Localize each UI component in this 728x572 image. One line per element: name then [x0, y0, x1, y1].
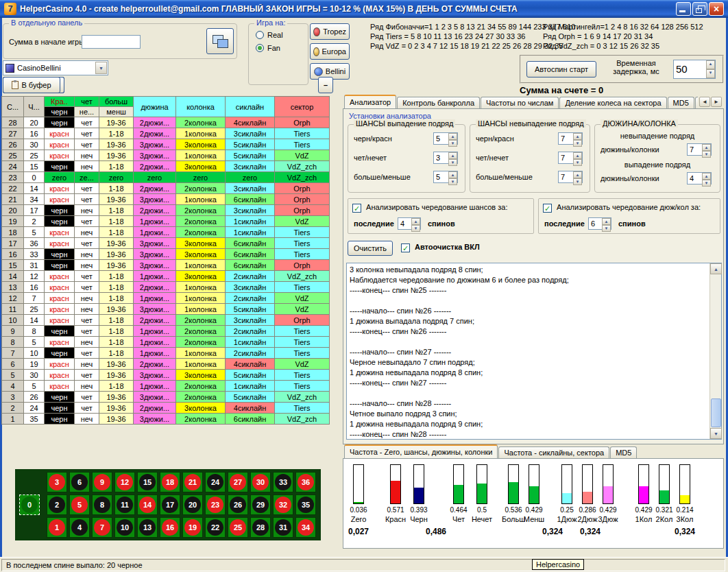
- board-cell-32[interactable]: 32: [273, 494, 293, 515]
- game-radio-real[interactable]: Real: [256, 31, 308, 39]
- board-cell-22[interactable]: 22: [205, 517, 226, 538]
- alt-chance-checkbox[interactable]: ✓: [352, 204, 361, 213]
- board-cell-33[interactable]: 33: [273, 472, 293, 492]
- spin-down-icon[interactable]: ▼: [573, 140, 582, 147]
- game-radio-fan[interactable]: Fan: [256, 44, 308, 52]
- casino-button-tropez[interactable]: Tropez: [310, 23, 350, 40]
- spin-down-icon[interactable]: ▼: [448, 159, 457, 166]
- alt-chance-spins-spinner[interactable]: 4▲▼: [398, 217, 421, 230]
- board-cell-16[interactable]: 16: [160, 517, 180, 538]
- black-red-absent-spinner[interactable]: 7▲▼: [558, 132, 583, 145]
- spin-up-icon[interactable]: ▲: [706, 60, 715, 69]
- scroll-up-icon[interactable]: ▲: [710, 263, 722, 274]
- scroll-down-icon[interactable]: ▼: [710, 428, 722, 439]
- start-sum-input[interactable]: [82, 35, 141, 49]
- main-tab-3[interactable]: Деление колеса на сектора: [559, 97, 666, 108]
- spin-up-icon[interactable]: ▲: [702, 144, 711, 151]
- board-cell-34[interactable]: 34: [295, 517, 316, 538]
- board-cell-20[interactable]: 20: [182, 494, 203, 515]
- delay-spinner[interactable]: 50 ▲▼: [673, 60, 716, 79]
- main-tab-5[interactable]: Ко: [695, 97, 698, 108]
- spin-down-icon[interactable]: ▼: [706, 69, 715, 78]
- board-cell-0[interactable]: 0: [19, 494, 40, 515]
- tab-scroll-right-icon[interactable]: ►: [711, 97, 722, 107]
- detach-panel-button[interactable]: [206, 28, 234, 54]
- board-cell-29[interactable]: 29: [250, 494, 271, 515]
- board-cell-28[interactable]: 28: [250, 517, 271, 538]
- freq-tab-1[interactable]: Частота - сиклайны, сектора: [498, 446, 609, 458]
- alt-dozen-spins-spinner[interactable]: 6▲▼: [588, 217, 611, 230]
- spin-down-icon[interactable]: ▼: [602, 225, 611, 232]
- even-odd-absent-spinner[interactable]: 7▲▼: [558, 152, 583, 164]
- collapse-button[interactable]: –: [318, 77, 333, 93]
- board-cell-8[interactable]: 8: [92, 494, 112, 515]
- spin-down-icon[interactable]: ▼: [448, 178, 457, 185]
- alt-dozen-checkbox[interactable]: ✓: [543, 204, 552, 213]
- main-tab-0[interactable]: Анализатор: [344, 95, 396, 108]
- board-cell-12[interactable]: 12: [114, 472, 135, 492]
- casino-button-europa[interactable]: Europa: [310, 43, 350, 60]
- main-tab-1[interactable]: Контроль банкролла: [397, 97, 480, 108]
- board-cell-26[interactable]: 26: [228, 494, 248, 515]
- spin-down-icon[interactable]: ▼: [702, 180, 711, 187]
- board-cell-19[interactable]: 19: [182, 517, 203, 538]
- spin-down-icon[interactable]: ▼: [573, 159, 582, 166]
- board-cell-3[interactable]: 3: [47, 472, 67, 492]
- analyzer-log[interactable]: 3 колонка невыпадала подряд 8 спин; Набл…: [347, 263, 709, 439]
- spin-down-icon[interactable]: ▼: [411, 225, 420, 232]
- board-cell-35[interactable]: 35: [295, 494, 316, 515]
- spin-down-icon[interactable]: ▼: [573, 178, 582, 185]
- clear-log-button[interactable]: Очистить: [348, 241, 393, 256]
- freq-tab-0[interactable]: Частота - Zero, шансы, дюжины, колонки: [344, 444, 498, 458]
- board-cell-30[interactable]: 30: [250, 472, 271, 492]
- spin-up-icon[interactable]: ▲: [411, 218, 420, 225]
- minimize-button[interactable]: [676, 2, 691, 16]
- high-low-absent-spinner[interactable]: 7▲▼: [558, 171, 583, 183]
- log-scrollbar[interactable]: ▲ ▼: [709, 263, 721, 439]
- spin-down-icon[interactable]: ▼: [448, 140, 457, 147]
- board-cell-36[interactable]: 36: [295, 472, 316, 492]
- board-cell-11[interactable]: 11: [114, 494, 135, 515]
- tab-scroll-left-icon[interactable]: ◄: [699, 97, 710, 107]
- spin-up-icon[interactable]: ▲: [702, 173, 711, 180]
- board-cell-27[interactable]: 27: [228, 472, 248, 492]
- board-cell-25[interactable]: 25: [228, 517, 248, 538]
- board-cell-7[interactable]: 7: [92, 517, 112, 538]
- spin-up-icon[interactable]: ▲: [602, 218, 611, 225]
- board-cell-15[interactable]: 15: [137, 472, 158, 492]
- board-cell-13[interactable]: 13: [137, 517, 158, 538]
- high-low-appear-spinner[interactable]: 5▲▼: [433, 171, 458, 183]
- scrollbar-thumb[interactable]: [711, 398, 721, 427]
- dozen-absent-spinner[interactable]: 7▲▼: [687, 143, 712, 156]
- restore-button[interactable]: [692, 2, 707, 16]
- spin-up-icon[interactable]: ▲: [448, 133, 457, 140]
- buffer-button[interactable]: В буфер: [3, 77, 60, 93]
- spin-up-icon[interactable]: ▲: [573, 152, 582, 159]
- board-cell-24[interactable]: 24: [205, 472, 226, 492]
- board-cell-23[interactable]: 23: [205, 494, 226, 515]
- board-cell-2[interactable]: 2: [47, 494, 67, 515]
- close-button[interactable]: ×: [709, 2, 724, 16]
- board-cell-4[interactable]: 4: [69, 517, 90, 538]
- board-cell-9[interactable]: 9: [92, 472, 112, 492]
- combo-dropdown-button[interactable]: ▼: [95, 62, 107, 74]
- board-cell-14[interactable]: 14: [137, 494, 158, 515]
- board-cell-17[interactable]: 17: [160, 494, 180, 515]
- spin-up-icon[interactable]: ▲: [448, 171, 457, 178]
- board-cell-1[interactable]: 1: [47, 517, 67, 538]
- main-tab-4[interactable]: MD5: [668, 97, 694, 108]
- board-cell-5[interactable]: 5: [69, 494, 90, 515]
- casino-combobox[interactable]: CasinoBellini ▼: [3, 60, 108, 75]
- autoclear-checkbox[interactable]: ✓: [401, 243, 410, 252]
- board-cell-31[interactable]: 31: [273, 517, 293, 538]
- spin-up-icon[interactable]: ▲: [573, 171, 582, 178]
- autospin-start-button[interactable]: Автоспин старт: [526, 61, 596, 78]
- spin-up-icon[interactable]: ▲: [573, 133, 582, 140]
- board-cell-6[interactable]: 6: [69, 472, 90, 492]
- spin-down-icon[interactable]: ▼: [702, 151, 711, 158]
- freq-tab-2[interactable]: MD5: [610, 446, 637, 458]
- main-tab-2[interactable]: Частоты по числам: [481, 97, 559, 108]
- board-cell-10[interactable]: 10: [114, 517, 135, 538]
- spin-up-icon[interactable]: ▲: [448, 152, 457, 159]
- even-odd-appear-spinner[interactable]: 3▲▼: [433, 152, 458, 164]
